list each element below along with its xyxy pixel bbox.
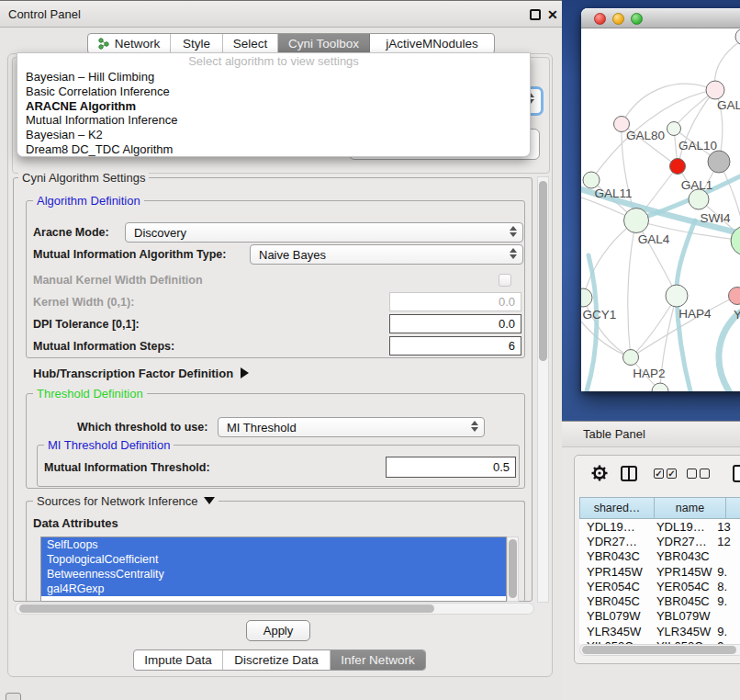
mi-threshold-field[interactable]: 0.5 [386, 457, 516, 478]
table-row[interactable]: YDR27…YDR27…12 [579, 534, 740, 548]
tab-select[interactable]: Select [223, 34, 278, 53]
tab-jactivemnodules[interactable]: jActiveMNodules [370, 34, 494, 53]
close-icon[interactable]: ✕ [547, 6, 558, 24]
table-row[interactable]: YBR045CYBR045C9. [579, 593, 740, 608]
table-row[interactable]: YBR043CYBR043C [579, 549, 740, 564]
which-threshold-select[interactable]: MI Threshold [218, 417, 485, 437]
table-row[interactable]: YDL19…YDL19…13 [579, 519, 740, 534]
table-row[interactable]: YLR345WYLR345W9. [579, 624, 740, 638]
table-cell: YBL079W [579, 609, 649, 623]
network-node[interactable] [623, 350, 639, 366]
network-node[interactable] [670, 159, 686, 175]
combo-spinner-icon [470, 421, 479, 432]
node-label: HAP2 [633, 367, 665, 380]
column-header[interactable] [726, 497, 740, 519]
network-edge [631, 296, 677, 357]
close-traffic-light-icon[interactable] [594, 13, 606, 25]
table-panel-titlebar: Table Panel [562, 421, 740, 447]
hub-tf-section-toggle[interactable]: Hub/Transcription Factor Definition [33, 367, 249, 380]
control-panel-tabs: NetworkStyleSelectCyni ToolboxjActiveMNo… [87, 33, 495, 54]
table-cell: YDR27… [649, 535, 715, 548]
hub-tf-label: Hub/Transcription Factor Definition [33, 367, 233, 380]
network-node[interactable] [706, 81, 724, 99]
algorithm-option[interactable]: Bayesian – Hill Climbing [17, 70, 530, 85]
table-cell: 13 [715, 520, 740, 534]
unchecked-checkbox-icon[interactable] [687, 469, 697, 479]
tab-network[interactable]: Network [88, 34, 171, 53]
attribute-list-item[interactable]: gal4RGexp [41, 581, 506, 596]
sources-section-toggle[interactable]: Sources for Network Inference [33, 494, 219, 508]
tab-impute-data[interactable]: Impute Data [134, 650, 223, 670]
algorithm-option[interactable]: Mutual Information Inference [17, 113, 530, 128]
network-graph[interactable]: GAL80GAL10GALGAL1GAL11GAL4SWI4GCY1HAP4YH… [581, 29, 740, 391]
network-node[interactable] [708, 151, 730, 173]
column-header[interactable]: name [655, 497, 726, 519]
network-icon [98, 38, 110, 50]
network-node[interactable] [624, 209, 649, 233]
algorithm-dropdown[interactable]: Select algorithm to view settings Bayesi… [17, 52, 531, 157]
data-attributes-list[interactable]: SelfLoopsTopologicalCoefficientBetweenne… [40, 536, 507, 602]
dpi-tolerance-field[interactable]: 0.0 [389, 314, 521, 333]
attribute-list-item[interactable]: TopologicalCoefficient [41, 552, 506, 567]
network-node[interactable] [735, 29, 740, 45]
network-view-window[interactable]: GAL80GAL10GALGAL1GAL11GAL4SWI4GCY1HAP4YH… [581, 8, 740, 391]
aracne-mode-select[interactable]: Discovery [125, 222, 523, 243]
node-label: GAL10 [678, 139, 717, 152]
attribute-list-item[interactable]: SelfLoops [41, 537, 506, 552]
node-label: SWI4 [700, 211, 730, 225]
table-rows[interactable]: YDL19…YDL19…13YDR27…YDR27…12YBR043CYBR04… [579, 519, 740, 644]
table-row[interactable]: YER054CYER054C8. [579, 579, 740, 593]
table-row[interactable]: YBL079WYBL079W [579, 609, 740, 624]
float-panel-icon[interactable] [530, 9, 541, 20]
tab-cyni-toolbox[interactable]: Cyni Toolbox [278, 34, 370, 53]
network-window-titlebar [581, 8, 740, 28]
tab-label: Style [183, 37, 210, 51]
algorithm-option[interactable]: Dream8 DC_TDC Algorithm [17, 142, 530, 157]
algorithm-definition-title: Algorithm Definition [33, 194, 144, 208]
node-label: GAL80 [626, 129, 665, 142]
tab-discretize-data[interactable]: Discretize Data [223, 650, 331, 670]
node-label: GAL [717, 98, 740, 112]
mi-algorithm-type-select[interactable]: Naive Bayes [250, 244, 523, 265]
settings-horizontal-scrollbar[interactable] [15, 603, 534, 615]
network-node[interactable] [581, 288, 592, 307]
network-node[interactable] [689, 189, 709, 209]
network-node[interactable] [666, 285, 688, 307]
table-cell: YBL079W [649, 609, 715, 623]
tab-infer-network[interactable]: Infer Network [331, 650, 425, 670]
table-row[interactable]: YPR145WYPR145W9. [579, 564, 740, 579]
network-node[interactable] [667, 122, 681, 136]
manual-kernel-checkbox[interactable] [499, 274, 511, 287]
checked-checkbox-icon[interactable]: ✓ [654, 469, 664, 479]
table-horizontal-scrollbar[interactable] [579, 644, 740, 656]
mi-threshold-group-title: MI Threshold Definition [44, 438, 174, 452]
table-cell: YPR145W [579, 565, 649, 579]
algorithm-option[interactable]: ARACNE Algorithm [17, 99, 530, 114]
table-panel-title: Table Panel [562, 422, 740, 447]
unchecked-checkbox-icon[interactable] [700, 469, 710, 479]
collapsed-panel-icon[interactable] [6, 693, 21, 700]
minimize-traffic-light-icon[interactable] [612, 13, 624, 25]
table-cell: YPR145W [649, 565, 715, 579]
algorithm-option[interactable]: Bayesian – K2 [17, 128, 530, 142]
algorithm-option[interactable]: Basic Correlation Inference [17, 85, 530, 99]
desktop-background: GAL80GAL10GALGAL1GAL11GAL4SWI4GCY1HAP4YH… [562, 0, 740, 421]
checked-checkbox-icon[interactable]: ✓ [667, 469, 677, 479]
column-selector-icon[interactable] [621, 466, 637, 481]
table-toolbar: ✓ ✓ [575, 463, 740, 491]
tab-style[interactable]: Style [171, 34, 223, 53]
apply-button[interactable]: Apply [246, 620, 310, 641]
zoom-traffic-light-icon[interactable] [631, 13, 643, 25]
table-cell: YDL19… [649, 520, 715, 534]
attributes-scrollbar[interactable] [507, 536, 519, 602]
attribute-list-item[interactable]: BetweennessCentrality [41, 567, 506, 581]
kernel-width-field[interactable]: 0.0 [389, 292, 521, 311]
new-column-icon[interactable] [733, 465, 740, 482]
mi-steps-field[interactable]: 6 [389, 336, 521, 356]
column-header[interactable]: shared… [579, 497, 655, 519]
network-edge-highlighted [587, 255, 597, 391]
table-cell: 9. [715, 625, 740, 638]
gear-icon[interactable] [591, 465, 608, 481]
settings-vertical-scrollbar[interactable] [537, 176, 549, 603]
network-node[interactable] [729, 288, 740, 305]
